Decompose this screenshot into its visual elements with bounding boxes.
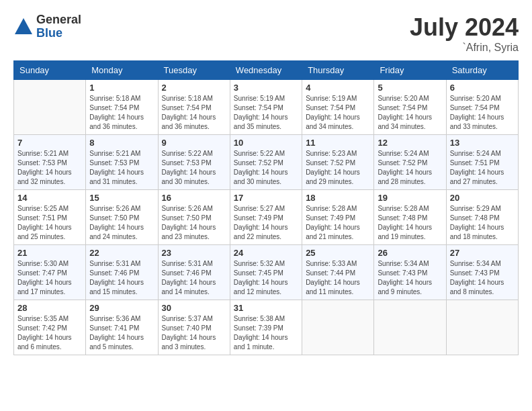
day-info: Sunrise: 5:31 AMSunset: 7:46 PMDaylight:… (89, 259, 154, 297)
day-info: Sunrise: 5:22 AMSunset: 7:53 PMDaylight:… (162, 149, 226, 187)
day-info: Sunrise: 5:24 AMSunset: 7:51 PMDaylight:… (450, 149, 515, 187)
calendar-cell: 16Sunrise: 5:26 AMSunset: 7:50 PMDayligh… (158, 190, 230, 245)
day-info: Sunrise: 5:30 AMSunset: 7:47 PMDaylight:… (17, 259, 82, 297)
calendar-cell: 12Sunrise: 5:24 AMSunset: 7:52 PMDayligh… (374, 135, 446, 190)
day-number: 7 (17, 138, 82, 148)
calendar-week-row: 21Sunrise: 5:30 AMSunset: 7:47 PMDayligh… (14, 245, 519, 300)
day-number: 11 (306, 138, 370, 148)
calendar-cell: 29Sunrise: 5:36 AMSunset: 7:41 PMDayligh… (86, 300, 158, 355)
calendar-cell (374, 300, 446, 355)
day-info: Sunrise: 5:34 AMSunset: 7:43 PMDaylight:… (378, 259, 442, 297)
calendar-cell: 2Sunrise: 5:18 AMSunset: 7:54 PMDaylight… (158, 80, 230, 135)
day-info: Sunrise: 5:21 AMSunset: 7:53 PMDaylight:… (17, 149, 82, 187)
calendar-week-row: 14Sunrise: 5:25 AMSunset: 7:51 PMDayligh… (14, 190, 519, 245)
col-header-friday: Friday (374, 61, 446, 80)
logo-general: General (36, 13, 81, 27)
day-number: 10 (234, 138, 298, 148)
day-number: 24 (234, 248, 298, 258)
day-info: Sunrise: 5:26 AMSunset: 7:50 PMDaylight:… (89, 204, 154, 242)
day-number: 26 (378, 248, 442, 258)
calendar-cell: 13Sunrise: 5:24 AMSunset: 7:51 PMDayligh… (446, 135, 518, 190)
day-number: 23 (162, 248, 226, 258)
calendar-header-row: SundayMondayTuesdayWednesdayThursdayFrid… (14, 61, 519, 80)
day-number: 2 (162, 83, 226, 93)
day-number: 4 (306, 83, 370, 93)
day-number: 27 (450, 248, 515, 258)
day-info: Sunrise: 5:22 AMSunset: 7:52 PMDaylight:… (234, 149, 298, 187)
day-info: Sunrise: 5:23 AMSunset: 7:52 PMDaylight:… (306, 149, 370, 187)
day-number: 12 (378, 138, 442, 148)
day-info: Sunrise: 5:26 AMSunset: 7:50 PMDaylight:… (162, 204, 226, 242)
calendar-cell: 31Sunrise: 5:38 AMSunset: 7:39 PMDayligh… (230, 300, 302, 355)
logo-icon (13, 17, 34, 37)
col-header-saturday: Saturday (446, 61, 518, 80)
day-number: 28 (17, 303, 82, 313)
calendar-cell (302, 300, 374, 355)
calendar-cell: 23Sunrise: 5:31 AMSunset: 7:46 PMDayligh… (158, 245, 230, 300)
month-year-title: July 2024 (410, 13, 519, 42)
day-info: Sunrise: 5:37 AMSunset: 7:40 PMDaylight:… (162, 314, 226, 352)
calendar-table: SundayMondayTuesdayWednesdayThursdayFrid… (13, 60, 519, 355)
calendar-cell: 15Sunrise: 5:26 AMSunset: 7:50 PMDayligh… (86, 190, 158, 245)
day-number: 15 (89, 193, 154, 203)
day-info: Sunrise: 5:28 AMSunset: 7:49 PMDaylight:… (306, 204, 370, 242)
calendar-cell: 18Sunrise: 5:28 AMSunset: 7:49 PMDayligh… (302, 190, 374, 245)
logo-blue: Blue (36, 27, 81, 40)
day-number: 6 (450, 83, 515, 93)
day-number: 30 (162, 303, 226, 313)
calendar-cell: 26Sunrise: 5:34 AMSunset: 7:43 PMDayligh… (374, 245, 446, 300)
calendar-week-row: 28Sunrise: 5:35 AMSunset: 7:42 PMDayligh… (14, 300, 519, 355)
calendar-cell: 28Sunrise: 5:35 AMSunset: 7:42 PMDayligh… (14, 300, 86, 355)
day-info: Sunrise: 5:19 AMSunset: 7:54 PMDaylight:… (306, 94, 370, 132)
calendar-cell: 1Sunrise: 5:18 AMSunset: 7:54 PMDaylight… (86, 80, 158, 135)
day-info: Sunrise: 5:36 AMSunset: 7:41 PMDaylight:… (89, 314, 154, 352)
day-info: Sunrise: 5:35 AMSunset: 7:42 PMDaylight:… (17, 314, 82, 352)
day-info: Sunrise: 5:20 AMSunset: 7:54 PMDaylight:… (450, 94, 515, 132)
day-info: Sunrise: 5:19 AMSunset: 7:54 PMDaylight:… (234, 94, 298, 132)
calendar-cell: 5Sunrise: 5:20 AMSunset: 7:54 PMDaylight… (374, 80, 446, 135)
day-number: 3 (234, 83, 298, 93)
day-number: 20 (450, 193, 515, 203)
day-info: Sunrise: 5:34 AMSunset: 7:43 PMDaylight:… (450, 259, 515, 297)
day-number: 29 (89, 303, 154, 313)
day-info: Sunrise: 5:38 AMSunset: 7:39 PMDaylight:… (234, 314, 298, 352)
calendar-cell: 19Sunrise: 5:28 AMSunset: 7:48 PMDayligh… (374, 190, 446, 245)
calendar-cell: 17Sunrise: 5:27 AMSunset: 7:49 PMDayligh… (230, 190, 302, 245)
svg-marker-0 (15, 18, 32, 34)
calendar-cell: 25Sunrise: 5:33 AMSunset: 7:44 PMDayligh… (302, 245, 374, 300)
col-header-thursday: Thursday (302, 61, 374, 80)
logo: General Blue (13, 13, 81, 40)
day-number: 21 (17, 248, 82, 258)
calendar-cell: 20Sunrise: 5:29 AMSunset: 7:48 PMDayligh… (446, 190, 518, 245)
calendar-cell: 8Sunrise: 5:21 AMSunset: 7:53 PMDaylight… (86, 135, 158, 190)
day-info: Sunrise: 5:20 AMSunset: 7:54 PMDaylight:… (378, 94, 442, 132)
calendar-week-row: 1Sunrise: 5:18 AMSunset: 7:54 PMDaylight… (14, 80, 519, 135)
calendar-cell (446, 300, 518, 355)
calendar-cell: 14Sunrise: 5:25 AMSunset: 7:51 PMDayligh… (14, 190, 86, 245)
col-header-monday: Monday (86, 61, 158, 80)
day-info: Sunrise: 5:21 AMSunset: 7:53 PMDaylight:… (89, 149, 154, 187)
calendar-cell (14, 80, 86, 135)
calendar-cell: 7Sunrise: 5:21 AMSunset: 7:53 PMDaylight… (14, 135, 86, 190)
calendar-cell: 27Sunrise: 5:34 AMSunset: 7:43 PMDayligh… (446, 245, 518, 300)
calendar-cell: 6Sunrise: 5:20 AMSunset: 7:54 PMDaylight… (446, 80, 518, 135)
col-header-tuesday: Tuesday (158, 61, 230, 80)
col-header-wednesday: Wednesday (230, 61, 302, 80)
day-number: 22 (89, 248, 154, 258)
calendar-cell: 30Sunrise: 5:37 AMSunset: 7:40 PMDayligh… (158, 300, 230, 355)
logo-text: General Blue (36, 13, 81, 40)
day-info: Sunrise: 5:25 AMSunset: 7:51 PMDaylight:… (17, 204, 82, 242)
day-number: 19 (378, 193, 442, 203)
calendar-cell: 10Sunrise: 5:22 AMSunset: 7:52 PMDayligh… (230, 135, 302, 190)
day-number: 14 (17, 193, 82, 203)
day-number: 8 (89, 138, 154, 148)
day-number: 31 (234, 303, 298, 313)
calendar-cell: 4Sunrise: 5:19 AMSunset: 7:54 PMDaylight… (302, 80, 374, 135)
calendar-cell: 9Sunrise: 5:22 AMSunset: 7:53 PMDaylight… (158, 135, 230, 190)
day-number: 16 (162, 193, 226, 203)
day-info: Sunrise: 5:31 AMSunset: 7:46 PMDaylight:… (162, 259, 226, 297)
day-number: 13 (450, 138, 515, 148)
calendar-cell: 24Sunrise: 5:32 AMSunset: 7:45 PMDayligh… (230, 245, 302, 300)
day-info: Sunrise: 5:29 AMSunset: 7:48 PMDaylight:… (450, 204, 515, 242)
day-info: Sunrise: 5:28 AMSunset: 7:48 PMDaylight:… (378, 204, 442, 242)
